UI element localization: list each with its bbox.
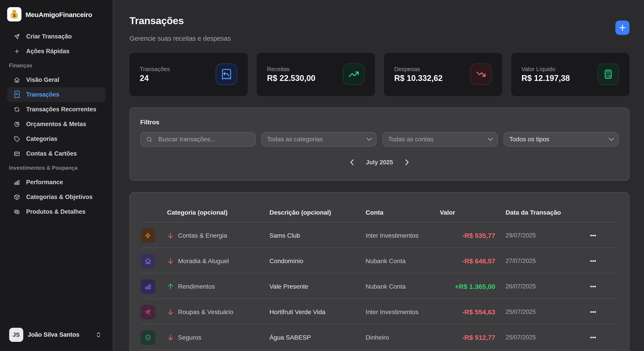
svg-text:$: $ [13, 13, 16, 18]
